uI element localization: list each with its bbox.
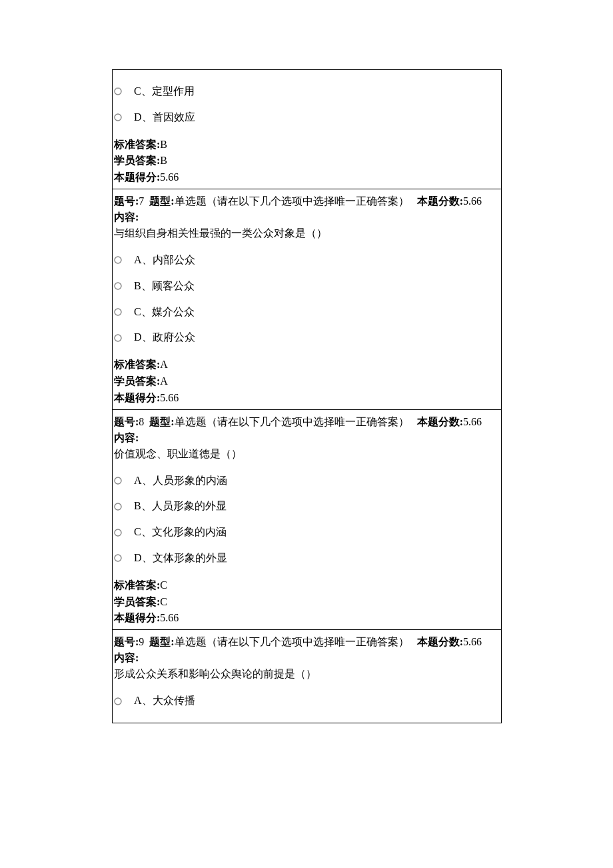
- question-cell-9: 题号:9 题型:单选题（请在以下几个选项中选择唯一正确答案） 本题分数:5.66…: [113, 630, 501, 723]
- svg-point-6: [115, 477, 121, 484]
- earned-value: 5.66: [160, 392, 179, 403]
- answer-block: 标准答案:B 学员答案:B 本题得分:5.66: [114, 137, 500, 186]
- svg-point-8: [115, 529, 121, 536]
- option-row[interactable]: C、定型作用: [114, 85, 500, 99]
- svg-point-9: [115, 555, 121, 561]
- radio-icon[interactable]: [114, 282, 122, 290]
- option-row[interactable]: D、政府公众: [114, 331, 500, 345]
- svg-point-0: [115, 88, 121, 95]
- question-text: 形成公众关系和影响公众舆论的前提是（）: [114, 666, 500, 682]
- radio-icon[interactable]: [114, 554, 122, 562]
- svg-point-4: [115, 309, 121, 315]
- stu-answer-value: C: [160, 596, 167, 607]
- qno-value: 9: [139, 636, 144, 647]
- radio-icon[interactable]: [114, 477, 122, 485]
- svg-point-5: [115, 335, 121, 341]
- radio-icon[interactable]: [114, 308, 122, 316]
- question-text: 价值观念、职业道德是（）: [114, 446, 500, 462]
- svg-point-10: [115, 698, 121, 705]
- option-text: A、内部公众: [134, 253, 195, 267]
- option-text: C、定型作用: [134, 85, 195, 99]
- svg-point-3: [115, 283, 121, 289]
- qno-value: 8: [139, 416, 144, 427]
- option-text: C、文化形象的内涵: [134, 525, 227, 539]
- earned-value: 5.66: [160, 171, 179, 183]
- option-text: D、首因效应: [134, 111, 195, 125]
- stu-answer-value: B: [160, 155, 167, 166]
- qtype-label: 题型:: [149, 636, 174, 647]
- content-label: 内容:: [114, 430, 500, 446]
- qtype-value: 单选题（请在以下几个选项中选择唯一正确答案）: [175, 636, 409, 647]
- option-text: A、大众传播: [134, 694, 195, 708]
- option-row[interactable]: B、人员形象的外显: [114, 499, 500, 513]
- quiz-table: C、定型作用 D、首因效应 标准答案:B 学员答案:B 本题得分:5.66: [112, 69, 502, 723]
- stu-answer-label: 学员答案:: [114, 596, 160, 607]
- qtype-value: 单选题（请在以下几个选项中选择唯一正确答案）: [175, 416, 409, 427]
- score-label: 本题分数:: [417, 416, 463, 427]
- question-header: 题号:9 题型:单选题（请在以下几个选项中选择唯一正确答案） 本题分数:5.66: [114, 633, 500, 650]
- question-header: 题号:7 题型:单选题（请在以下几个选项中选择唯一正确答案） 本题分数:5.66: [114, 192, 500, 209]
- option-text: D、文体形象的外显: [134, 551, 227, 565]
- earned-label: 本题得分:: [114, 392, 160, 403]
- qno-label: 题号:: [114, 416, 139, 427]
- radio-icon[interactable]: [114, 697, 122, 705]
- option-row[interactable]: A、内部公众: [114, 253, 500, 267]
- svg-point-2: [115, 257, 121, 263]
- stu-answer-label: 学员答案:: [114, 375, 160, 387]
- question-text: 与组织自身相关性最强的一类公众对象是（）: [114, 225, 500, 241]
- answer-block: 标准答案:A 学员答案:A 本题得分:5.66: [114, 357, 500, 406]
- radio-icon[interactable]: [114, 113, 122, 121]
- qno-value: 7: [139, 195, 144, 207]
- qtype-label: 题型:: [149, 195, 174, 207]
- score-label: 本题分数:: [417, 195, 463, 207]
- qno-label: 题号:: [114, 636, 139, 647]
- svg-point-7: [115, 503, 121, 510]
- qtype-value: 单选题（请在以下几个选项中选择唯一正确答案）: [175, 195, 409, 207]
- score-value: 5.66: [463, 195, 482, 207]
- std-answer-label: 标准答案:: [114, 359, 160, 370]
- radio-icon[interactable]: [114, 87, 122, 95]
- option-row[interactable]: D、文体形象的外显: [114, 551, 500, 565]
- std-answer-value: A: [160, 359, 168, 370]
- qtype-label: 题型:: [149, 416, 174, 427]
- stu-answer-label: 学员答案:: [114, 155, 160, 166]
- radio-icon[interactable]: [114, 503, 122, 511]
- option-text: A、人员形象的内涵: [134, 474, 227, 488]
- stu-answer-value: A: [160, 375, 168, 387]
- page: C、定型作用 D、首因效应 标准答案:B 学员答案:B 本题得分:5.66: [0, 0, 613, 868]
- option-row[interactable]: C、媒介公众: [114, 305, 500, 319]
- earned-label: 本题得分:: [114, 171, 160, 183]
- question-cell-7: 题号:7 题型:单选题（请在以下几个选项中选择唯一正确答案） 本题分数:5.66…: [113, 189, 501, 409]
- earned-label: 本题得分:: [114, 612, 160, 623]
- answer-block: 标准答案:C 学员答案:C 本题得分:5.66: [114, 577, 500, 627]
- option-row[interactable]: D、首因效应: [114, 111, 500, 125]
- std-answer-value: C: [160, 579, 167, 591]
- option-text: C、媒介公众: [134, 305, 195, 319]
- option-row[interactable]: A、人员形象的内涵: [114, 474, 500, 488]
- std-answer-value: B: [160, 139, 167, 150]
- question-cell-prev: C、定型作用 D、首因效应 标准答案:B 学员答案:B 本题得分:5.66: [113, 70, 501, 189]
- radio-icon[interactable]: [114, 256, 122, 264]
- question-header: 题号:8 题型:单选题（请在以下几个选项中选择唯一正确答案） 本题分数:5.66: [114, 413, 500, 430]
- radio-icon[interactable]: [114, 529, 122, 537]
- radio-icon[interactable]: [114, 334, 122, 342]
- svg-point-1: [115, 114, 121, 121]
- option-text: B、人员形象的外显: [134, 499, 227, 513]
- score-value: 5.66: [463, 636, 482, 647]
- content-label: 内容:: [114, 650, 500, 666]
- option-text: B、顾客公众: [134, 279, 195, 293]
- option-row[interactable]: A、大众传播: [114, 694, 500, 708]
- question-cell-8: 题号:8 题型:单选题（请在以下几个选项中选择唯一正确答案） 本题分数:5.66…: [113, 410, 501, 630]
- earned-value: 5.66: [160, 612, 179, 623]
- option-row[interactable]: B、顾客公众: [114, 279, 500, 293]
- score-value: 5.66: [463, 416, 482, 427]
- std-answer-label: 标准答案:: [114, 579, 160, 591]
- std-answer-label: 标准答案:: [114, 139, 160, 150]
- qno-label: 题号:: [114, 195, 139, 207]
- option-text: D、政府公众: [134, 331, 195, 345]
- option-row[interactable]: C、文化形象的内涵: [114, 525, 500, 539]
- content-label: 内容:: [114, 209, 500, 225]
- score-label: 本题分数:: [417, 636, 463, 647]
